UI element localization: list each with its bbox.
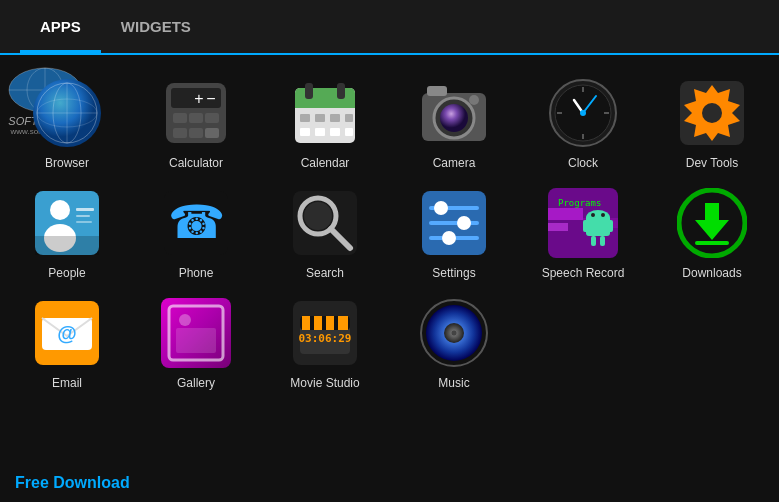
app-item-email[interactable]: @ Email <box>5 290 129 395</box>
svg-rect-28 <box>330 114 340 122</box>
downloads-label: Downloads <box>682 266 741 280</box>
svg-rect-24 <box>305 83 313 99</box>
app-item-moviestudio[interactable]: 03:06:29 Movie Studio <box>263 290 387 395</box>
browser-label: Browser <box>45 156 89 170</box>
svg-rect-26 <box>300 114 310 122</box>
svg-rect-102 <box>338 316 348 330</box>
settings-icon <box>417 185 492 260</box>
svg-point-37 <box>440 104 468 132</box>
devtools-icon <box>675 75 750 150</box>
svg-text:03:06:29: 03:06:29 <box>299 332 352 345</box>
search-icon <box>288 185 363 260</box>
calculator-label: Calculator <box>169 156 223 170</box>
svg-rect-55 <box>76 215 90 217</box>
svg-rect-23 <box>295 100 355 108</box>
app-item-camera[interactable]: Camera <box>392 70 516 175</box>
music-label: Music <box>438 376 469 390</box>
people-label: People <box>48 266 85 280</box>
app-item-browser[interactable]: Browser <box>5 70 129 175</box>
svg-point-63 <box>304 202 332 230</box>
app-item-settings[interactable]: Settings <box>392 180 516 285</box>
svg-rect-83 <box>608 220 613 232</box>
tab-widgets[interactable]: WIDGETS <box>101 0 211 53</box>
calendar-label: Calendar <box>301 156 350 170</box>
svg-point-95 <box>179 314 191 326</box>
calendar-icon <box>288 75 363 150</box>
moviestudio-icon: 03:06:29 <box>288 295 363 370</box>
svg-point-68 <box>457 216 471 230</box>
svg-rect-82 <box>583 220 588 232</box>
app-item-clock[interactable]: Clock <box>521 70 645 175</box>
svg-point-38 <box>469 95 479 105</box>
email-icon: @ <box>30 295 105 370</box>
app-grid: Browser − + Calculator <box>0 60 779 462</box>
svg-point-81 <box>601 213 605 217</box>
tab-widgets-label: WIDGETS <box>121 18 191 35</box>
phone-icon: ☎ <box>159 185 234 260</box>
svg-point-70 <box>442 231 456 245</box>
svg-rect-67 <box>429 221 479 225</box>
settings-label: Settings <box>432 266 475 280</box>
svg-rect-72 <box>548 208 583 220</box>
svg-point-50 <box>702 103 722 123</box>
svg-text:−: − <box>206 90 215 107</box>
app-item-search[interactable]: Search <box>263 180 387 285</box>
browser-icon <box>30 75 105 150</box>
svg-rect-15 <box>173 113 187 123</box>
svg-rect-25 <box>337 83 345 99</box>
free-download-link[interactable]: Free Download <box>15 474 130 492</box>
search-label: Search <box>306 266 344 280</box>
svg-rect-32 <box>330 128 340 136</box>
svg-rect-99 <box>302 316 310 330</box>
svg-rect-101 <box>326 316 334 330</box>
clock-label: Clock <box>568 156 598 170</box>
svg-rect-29 <box>345 114 353 122</box>
svg-point-107 <box>451 330 457 336</box>
gallery-label: Gallery <box>177 376 215 390</box>
app-item-speechrecord[interactable]: Programs Speech Record <box>521 180 645 285</box>
svg-text:Programs: Programs <box>558 198 601 208</box>
people-icon <box>30 185 105 260</box>
devtools-label: Dev Tools <box>686 156 738 170</box>
tab-apps-label: APPS <box>40 18 81 35</box>
svg-rect-31 <box>315 128 325 136</box>
svg-rect-84 <box>591 236 596 246</box>
app-item-calendar[interactable]: Calendar <box>263 70 387 175</box>
app-item-devtools[interactable]: Dev Tools <box>650 70 774 175</box>
svg-rect-73 <box>548 223 568 231</box>
svg-rect-18 <box>173 128 187 138</box>
clock-icon <box>546 75 621 150</box>
app-item-phone[interactable]: ☎ Phone <box>134 180 258 285</box>
svg-rect-56 <box>76 221 92 223</box>
speechrecord-label: Speech Record <box>542 266 625 280</box>
svg-rect-19 <box>189 128 203 138</box>
camera-label: Camera <box>433 156 476 170</box>
speechrecord-icon: Programs <box>546 185 621 260</box>
music-icon <box>417 295 492 370</box>
svg-rect-77 <box>586 216 610 236</box>
svg-rect-33 <box>345 128 353 136</box>
email-label: Email <box>52 376 82 390</box>
svg-rect-17 <box>205 113 219 123</box>
tab-bar: APPS WIDGETS <box>0 0 779 55</box>
svg-rect-94 <box>176 328 216 353</box>
svg-point-80 <box>591 213 595 217</box>
app-item-gallery[interactable]: Gallery <box>134 290 258 395</box>
svg-rect-35 <box>427 86 447 96</box>
svg-rect-30 <box>300 128 310 136</box>
app-item-downloads[interactable]: Downloads <box>650 180 774 285</box>
app-item-music[interactable]: Music <box>392 290 516 395</box>
app-item-people[interactable]: People <box>5 180 129 285</box>
svg-point-47 <box>580 110 586 116</box>
svg-point-66 <box>434 201 448 215</box>
tab-apps[interactable]: APPS <box>20 0 101 53</box>
svg-text:+: + <box>194 90 203 107</box>
app-item-calculator[interactable]: − + Calculator <box>134 70 258 175</box>
calculator-icon: − + <box>159 75 234 150</box>
svg-text:@: @ <box>57 322 77 344</box>
svg-point-52 <box>50 200 70 220</box>
svg-rect-16 <box>189 113 203 123</box>
svg-rect-54 <box>76 208 94 211</box>
svg-rect-57 <box>35 236 99 255</box>
gallery-icon <box>159 295 234 370</box>
